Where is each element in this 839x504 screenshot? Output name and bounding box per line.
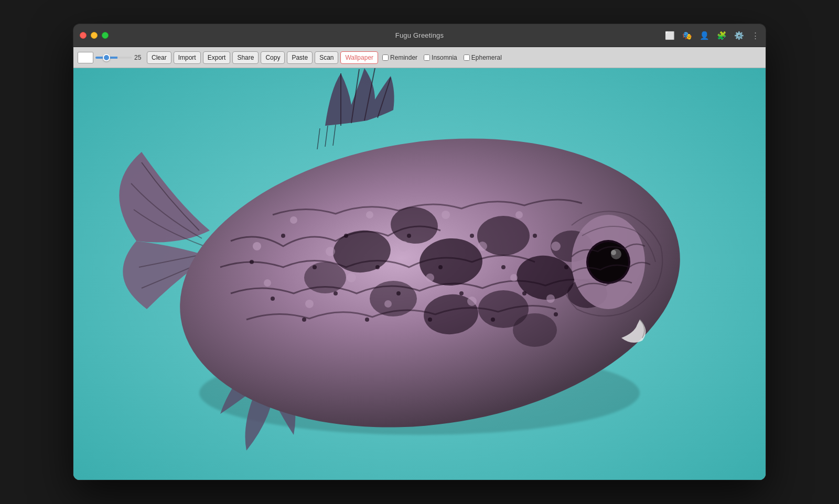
insomnia-checkbox[interactable] — [424, 54, 430, 61]
svg-point-34 — [467, 297, 477, 306]
svg-point-55 — [491, 317, 495, 322]
svg-point-29 — [264, 279, 271, 287]
svg-point-50 — [334, 291, 338, 295]
svg-point-35 — [510, 274, 518, 281]
svg-point-41 — [375, 265, 380, 269]
traffic-lights — [80, 32, 109, 39]
toolbar: 25 Clear Import Export Share Copy Paste … — [73, 47, 766, 68]
svg-point-23 — [366, 211, 373, 218]
svg-point-56 — [522, 291, 526, 295]
svg-point-42 — [407, 234, 411, 238]
reminder-label: Reminder — [390, 54, 417, 61]
svg-point-43 — [438, 265, 443, 269]
svg-point-45 — [501, 265, 505, 269]
svg-point-31 — [347, 273, 356, 282]
svg-point-21 — [290, 216, 297, 224]
svg-point-38 — [281, 234, 285, 238]
svg-point-57 — [554, 312, 558, 316]
svg-point-19 — [513, 313, 557, 347]
svg-point-49 — [302, 317, 306, 322]
insomnia-label: Insomnia — [432, 54, 457, 61]
app-window: Fugu Greetings ⬜ 🎭 👤 🧩 ⚙️ ⋮ 25 Clear Imp… — [73, 24, 766, 480]
svg-point-47 — [564, 265, 568, 269]
svg-point-30 — [305, 300, 314, 308]
svg-point-52 — [396, 291, 401, 295]
slider-value: 25 — [134, 54, 145, 61]
ephemeral-checkbox-label[interactable]: Ephemeral — [464, 54, 502, 61]
svg-point-62 — [611, 250, 616, 255]
svg-point-22 — [326, 247, 335, 256]
paste-button[interactable]: Paste — [287, 51, 313, 64]
title-bar: Fugu Greetings ⬜ 🎭 👤 🧩 ⚙️ ⋮ — [73, 24, 766, 47]
svg-point-48 — [271, 297, 275, 301]
minimize-button[interactable] — [91, 32, 98, 39]
svg-point-26 — [478, 242, 487, 251]
export-button[interactable]: Export — [203, 51, 231, 64]
person-icon[interactable]: 🎭 — [682, 31, 692, 40]
settings-icon[interactable]: ⚙️ — [734, 31, 744, 40]
svg-point-27 — [515, 211, 523, 218]
svg-point-54 — [459, 291, 464, 295]
copy-button[interactable]: Copy — [261, 51, 285, 64]
canvas-area[interactable] — [73, 68, 766, 480]
import-button[interactable]: Import — [174, 51, 201, 64]
window-title: Fugu Greetings — [395, 31, 444, 39]
reminder-checkbox[interactable] — [382, 54, 389, 61]
ephemeral-checkbox[interactable] — [464, 54, 470, 61]
svg-point-37 — [250, 260, 254, 264]
svg-point-39 — [313, 265, 317, 269]
maximize-button[interactable] — [102, 32, 109, 39]
app-icon[interactable]: 🧩 — [717, 31, 727, 40]
fish-image — [73, 68, 766, 480]
svg-point-28 — [551, 242, 561, 251]
svg-point-36 — [546, 294, 555, 303]
account-icon[interactable]: 👤 — [700, 31, 709, 40]
wallpaper-button[interactable]: Wallpaper — [340, 51, 378, 64]
svg-point-25 — [442, 211, 450, 219]
title-bar-icons: ⬜ 🎭 👤 🧩 ⚙️ ⋮ — [665, 31, 759, 40]
svg-point-53 — [428, 317, 432, 322]
close-button[interactable] — [80, 32, 87, 39]
menu-icon[interactable]: ⋮ — [751, 31, 759, 40]
share-button[interactable]: Share — [232, 51, 259, 64]
slider-container: 25 — [95, 54, 145, 61]
insomnia-checkbox-label[interactable]: Insomnia — [424, 54, 457, 61]
svg-point-40 — [344, 234, 348, 238]
svg-point-33 — [426, 273, 434, 282]
clear-button[interactable]: Clear — [147, 51, 171, 64]
svg-point-32 — [384, 300, 392, 308]
ephemeral-label: Ephemeral — [471, 54, 502, 61]
scan-button[interactable]: Scan — [315, 51, 338, 64]
reminder-checkbox-label[interactable]: Reminder — [382, 54, 417, 61]
svg-point-51 — [365, 317, 369, 322]
svg-point-24 — [399, 241, 409, 251]
document-icon[interactable]: ⬜ — [665, 31, 675, 40]
svg-point-46 — [533, 234, 537, 238]
checkbox-group: Reminder Insomnia Ephemeral — [382, 54, 502, 61]
svg-point-20 — [253, 242, 261, 250]
svg-point-44 — [470, 234, 474, 238]
brush-size-slider[interactable] — [95, 57, 132, 59]
color-swatch[interactable] — [78, 52, 93, 63]
